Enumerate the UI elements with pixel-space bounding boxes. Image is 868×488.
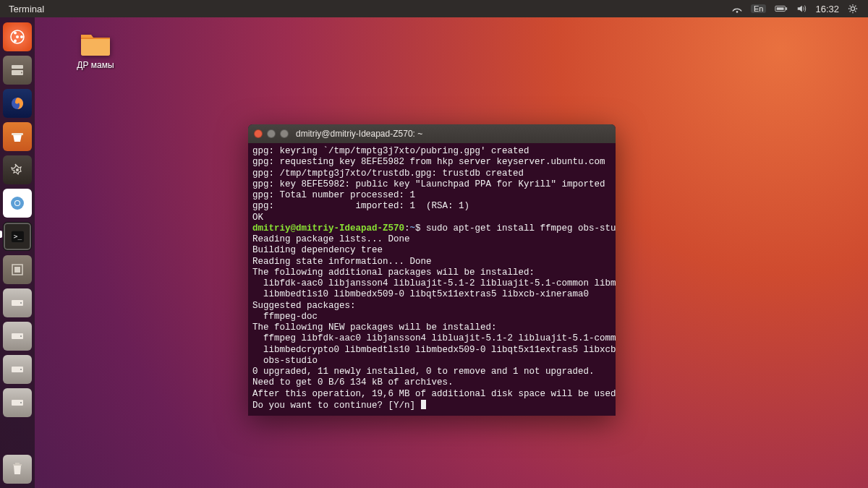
window-minimize-button[interactable]	[267, 129, 276, 138]
launcher-dash[interactable]	[3, 22, 32, 51]
svg-rect-22	[14, 267, 20, 273]
top-menu-bar: Terminal En 16:32	[0, 0, 868, 17]
svg-point-12	[21, 72, 22, 74]
terminal-title: dmitriy@dmitriy-Ideapad-Z570: ~	[296, 129, 422, 139]
gear-icon[interactable]	[848, 4, 858, 14]
svg-point-30	[20, 402, 22, 403]
svg-point-24	[20, 302, 22, 304]
terminal-cursor	[421, 400, 426, 409]
launcher-drive-2[interactable]	[3, 322, 32, 351]
terminal-output[interactable]: gpg: keyring `/tmp/tmptg3j7xto/pubring.g…	[248, 143, 616, 416]
svg-rect-3	[777, 7, 784, 10]
svg-point-26	[20, 335, 22, 337]
window-maximize-button[interactable]	[280, 129, 289, 138]
svg-text:>_: >_	[13, 232, 22, 240]
svg-rect-2	[786, 7, 788, 10]
svg-point-9	[14, 40, 17, 43]
svg-point-18	[15, 201, 20, 205]
launcher-chromium[interactable]	[3, 189, 32, 218]
window-close-button[interactable]	[254, 129, 263, 138]
volume-icon[interactable]	[796, 4, 807, 14]
svg-point-6	[16, 35, 19, 38]
keyboard-lang-indicator[interactable]: En	[751, 4, 766, 13]
svg-point-7	[20, 35, 23, 38]
svg-rect-14	[12, 133, 23, 135]
launcher-device-manager[interactable]	[3, 255, 32, 284]
clock[interactable]: 16:32	[815, 4, 839, 14]
svg-point-28	[20, 369, 22, 370]
svg-point-0	[736, 11, 739, 13]
terminal-window[interactable]: dmitriy@dmitriy-Ideapad-Z570: ~ gpg: key…	[248, 124, 616, 416]
launcher-files[interactable]	[3, 56, 32, 85]
desktop-folder-label: ДР мамы	[65, 60, 126, 70]
battery-icon[interactable]	[775, 4, 788, 13]
launcher-software-center[interactable]	[3, 122, 32, 151]
launcher-trash[interactable]	[3, 455, 32, 484]
active-app-label[interactable]: Terminal	[9, 4, 44, 14]
svg-rect-10	[12, 65, 23, 69]
launcher-drive-4[interactable]	[3, 388, 32, 417]
launcher-drive-1[interactable]	[3, 288, 32, 317]
svg-rect-32	[15, 463, 20, 464]
desktop-folder[interactable]: ДР мамы	[65, 29, 126, 70]
svg-point-4	[851, 7, 854, 10]
launcher-firefox[interactable]	[3, 89, 32, 118]
launcher-settings[interactable]	[3, 155, 32, 184]
svg-point-8	[14, 32, 17, 35]
launcher-running-pip	[0, 231, 2, 238]
unity-launcher: >_	[0, 17, 35, 488]
network-icon[interactable]	[732, 4, 742, 14]
launcher-drive-3[interactable]	[3, 355, 32, 384]
svg-rect-31	[13, 464, 22, 466]
terminal-titlebar[interactable]: dmitriy@dmitriy-Ideapad-Z570: ~	[248, 124, 616, 143]
launcher-terminal[interactable]: >_	[3, 222, 32, 251]
svg-point-15	[16, 168, 19, 171]
